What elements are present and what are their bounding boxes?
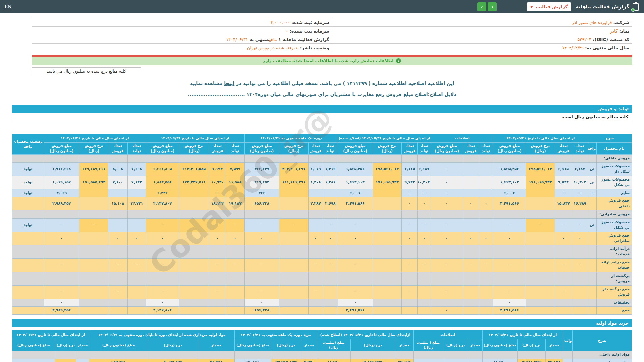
- value-cell: ۱,۶۶۳,۱۰۳: [338, 176, 373, 189]
- value-cell: ۰: [308, 285, 323, 299]
- section-cell: [463, 210, 479, 219]
- value-cell: [417, 307, 431, 315]
- isic-label: کد صنعت (ISIC):: [593, 37, 629, 42]
- value-cell: [308, 307, 323, 315]
- header-cell: نام محصول: [597, 143, 632, 155]
- section-label: مواد اولیه داخلی: [573, 351, 632, 359]
- section-cell: [572, 272, 588, 285]
- value-cell: [463, 176, 479, 189]
- section-cell: [350, 351, 395, 359]
- value-cell: ۶,۱۱۵: [555, 162, 572, 176]
- value-cell: ۰: [479, 232, 493, 245]
- value-cell: ۲۵,۳۹۶: [198, 359, 234, 362]
- previous-version-link[interactable]: اینجا: [224, 81, 234, 86]
- section-cell: [279, 155, 308, 163]
- value-cell: [572, 307, 588, 315]
- section-cell: [588, 210, 596, 219]
- value-cell: [179, 299, 209, 307]
- next-report-button[interactable]: ›: [477, 2, 486, 11]
- header-cell: واحد: [563, 330, 573, 351]
- section-cell: [572, 210, 588, 219]
- header-cell: مبلغ فروش (میلیون ریال): [431, 143, 463, 155]
- header-cell: مبلغ فروش (میلیون ریال): [338, 143, 373, 155]
- value-cell: ۴,۰۶۹: [44, 189, 79, 197]
- section-cell: [555, 155, 572, 163]
- value-cell: ۰: [226, 232, 245, 245]
- header-cell: تعداد تولید: [417, 143, 431, 155]
- prev-report-button[interactable]: ‹: [488, 2, 497, 11]
- section-cell: [146, 210, 179, 219]
- value-cell: [127, 218, 146, 232]
- section-cell: [44, 210, 79, 219]
- value-cell: ۱,۰۶۹,۱۵۷: [44, 176, 79, 189]
- value-cell: ۰: [127, 232, 146, 245]
- company-info: شرکت: فرآورده هاي نسوز آذر سرمایه ثبت شد…: [32, 18, 632, 52]
- section-cell: [482, 351, 517, 359]
- value-cell: ۳,۰۰۷: [338, 189, 373, 197]
- value-cell: [79, 258, 108, 272]
- amendment-notice-tail: مشاهده نمایید: [190, 81, 224, 86]
- value-cell: ۰: [443, 359, 468, 362]
- section-cell: [417, 245, 431, 258]
- value-cell: ۱,۹۱۶,۲۲۸: [44, 162, 79, 176]
- section-cell: [493, 210, 526, 219]
- section-cell: [279, 210, 308, 219]
- table-row: دولومیت خامتن۲۲,۱۷۶۳,۶۶۵,۲۲۴۸۱,۲۸۰۰۰۰۲۲,…: [12, 359, 632, 362]
- section-cell: [209, 155, 226, 163]
- fiscal-year-value: ۱۴۰۴/۱۲/۲۹: [562, 45, 584, 50]
- value-cell: ۰: [493, 218, 526, 232]
- value-cell: [373, 307, 402, 315]
- status-cell: [12, 232, 44, 245]
- value-cell: ۶۵۶,۲۳۸: [244, 197, 279, 210]
- section-cell: [373, 210, 402, 219]
- value-cell: [108, 307, 127, 315]
- unit-note-box: کلیه مبالغ درج شده به میلیون ریال می باش…: [32, 67, 141, 75]
- value-cell: ۱,۶۶۳,۱۰۳: [493, 176, 526, 189]
- value-cell: ۱۸,۱۲۴: [209, 197, 226, 210]
- section-cell: [226, 155, 245, 163]
- symbol-label: نماد:: [619, 28, 629, 34]
- value-cell: ۰: [146, 218, 179, 232]
- header-cell: تعداد فروش: [108, 143, 127, 155]
- english-language-link[interactable]: EN: [5, 4, 11, 10]
- amounts-unit-row: کلیه مبالغ به میلیون ریال است: [12, 113, 632, 121]
- value-cell: ۰: [44, 232, 79, 245]
- value-cell: ۰: [402, 218, 417, 232]
- value-cell: ۰: [463, 197, 479, 210]
- row-name-cell: محصولات نسوز بي شکل: [597, 176, 632, 189]
- row-name-cell: محصولات نسوز بي شکل: [597, 218, 632, 232]
- value-cell: ۲۳۹,۲۸۹,۲۱۱: [79, 162, 108, 176]
- value-cell: ۱,۲۸۶: [323, 176, 338, 189]
- section-cell: [417, 272, 431, 285]
- registered-capital-value: ۳,۰۰۰,۰۰۰: [271, 20, 290, 25]
- header-cell: از ابتدای سال مالی تا تاریخ ۱۴۰۴/۰۵/۳۱: [482, 330, 563, 339]
- value-cell: ۰: [244, 258, 279, 272]
- section-cell: [526, 155, 555, 163]
- value-cell: ۰: [417, 258, 431, 272]
- amendment-notice-text: این اطلاعیه اصلاحیه اطلاعیه شماره ( ۱۴۱۱…: [234, 81, 454, 86]
- header-cell: تعداد تولید: [572, 143, 588, 155]
- value-cell: [555, 299, 572, 307]
- table-row: جمع درآمد ارائه خدمات۰۰۰۰۰۰۰۰۰۰۰۰۰۰۰۰۰۰: [12, 258, 632, 272]
- section-cell: [402, 155, 417, 163]
- value-cell: [431, 299, 463, 307]
- value-cell: [279, 232, 308, 245]
- value-cell: [127, 285, 146, 299]
- section-cell: [179, 155, 209, 163]
- value-cell: [127, 189, 146, 197]
- value-cell: ۰: [44, 299, 79, 307]
- value-cell: [463, 218, 479, 232]
- value-cell: ۰: [323, 258, 338, 272]
- section-cell: [563, 351, 573, 359]
- section-cell: [226, 210, 245, 219]
- value-cell: ۲,۶۹۸: [323, 197, 338, 210]
- value-cell: ۰: [417, 197, 431, 210]
- value-cell: [555, 307, 572, 315]
- value-cell: [209, 307, 226, 315]
- report-type-dropdown[interactable]: گزارش فعالیت ▼: [527, 2, 571, 11]
- symbol-value: کاذر: [610, 28, 618, 34]
- header-row: شرحاز ابتدای سال مالی تا تاریخ ۱۴۰۴/۰۵/۳…: [12, 134, 632, 143]
- section-cell: [545, 351, 563, 359]
- value-cell: [79, 307, 108, 315]
- section-cell: [431, 155, 463, 163]
